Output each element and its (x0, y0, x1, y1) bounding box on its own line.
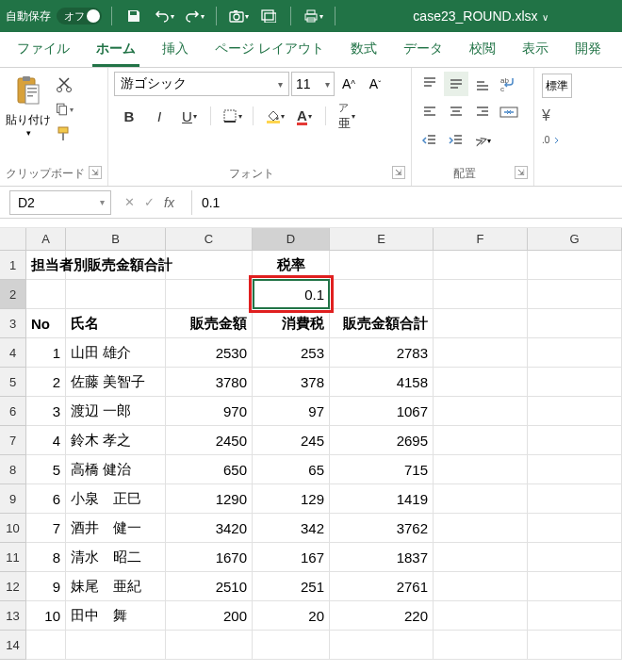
cell[interactable]: 2510 (166, 572, 253, 601)
fill-color-button[interactable]: ▾ (259, 104, 289, 128)
col-header-G[interactable]: G (528, 228, 622, 251)
cell[interactable]: 妹尾 亜紀 (66, 572, 166, 601)
border-button[interactable]: ▾ (217, 104, 247, 128)
row-header[interactable]: 14 (0, 631, 26, 660)
shrink-font-icon[interactable]: Aˇ (363, 72, 387, 96)
clipboard-launcher[interactable]: ⇲ (89, 166, 102, 179)
cell[interactable]: 清水 昭二 (66, 543, 166, 572)
cell[interactable] (434, 251, 528, 280)
row-header[interactable]: 12 (0, 572, 26, 601)
grow-font-icon[interactable]: A^ (336, 72, 361, 96)
cell[interactable] (434, 514, 528, 543)
align-right-icon[interactable] (470, 100, 495, 124)
cell[interactable] (434, 397, 528, 426)
col-header-D[interactable]: D (253, 228, 330, 251)
cell[interactable] (166, 631, 253, 660)
alignment-launcher[interactable]: ⇲ (515, 166, 528, 179)
phonetic-button[interactable]: ア亜▾ (332, 104, 362, 128)
cell[interactable] (434, 280, 528, 309)
cell[interactable]: 2450 (166, 426, 253, 455)
cell[interactable]: 715 (330, 455, 434, 484)
cell[interactable] (528, 309, 622, 338)
tab-page-layout[interactable]: ページ レイアウト (202, 31, 337, 67)
cell[interactable]: 佐藤 美智子 (66, 368, 166, 397)
tab-developer[interactable]: 開発 (562, 31, 614, 67)
cell[interactable]: 山田 雄介 (66, 338, 166, 368)
cell[interactable] (528, 572, 622, 601)
merge-cells-icon[interactable] (497, 100, 521, 124)
row-header[interactable]: 11 (0, 543, 26, 572)
cell[interactable] (528, 280, 622, 309)
number-format-combo[interactable]: 標準 (542, 74, 572, 98)
format-painter-icon[interactable] (55, 124, 74, 143)
cell[interactable]: 245 (253, 426, 330, 455)
tab-review[interactable]: 校閲 (456, 31, 509, 67)
cell[interactable]: 氏名 (66, 309, 166, 338)
cell[interactable]: 1419 (330, 484, 434, 514)
cell[interactable] (434, 338, 528, 368)
cell[interactable]: 小泉 正巳 (66, 484, 166, 514)
cell[interactable]: 田中 舞 (66, 601, 166, 631)
font-name-combo[interactable]: 游ゴシック▾ (114, 72, 289, 96)
cell[interactable]: 97 (253, 397, 330, 426)
cell[interactable]: 2 (26, 368, 66, 397)
tab-home[interactable]: ホーム (83, 31, 149, 67)
cell[interactable] (528, 455, 622, 484)
cell[interactable]: 3780 (166, 368, 253, 397)
cell[interactable]: 3 (26, 397, 66, 426)
cell[interactable]: 253 (253, 338, 330, 368)
col-header-C[interactable]: C (166, 228, 253, 251)
cell[interactable]: 129 (253, 484, 330, 514)
increase-indent-icon[interactable] (444, 128, 468, 153)
cell[interactable]: 高橋 健治 (66, 455, 166, 484)
cell[interactable]: 2530 (166, 338, 253, 368)
cell[interactable]: 4 (26, 426, 66, 455)
align-top-icon[interactable] (417, 72, 442, 96)
align-left-icon[interactable] (417, 100, 442, 124)
cancel-formula-icon[interactable]: ✕ (124, 195, 135, 209)
cell[interactable] (66, 631, 166, 660)
cell[interactable] (434, 572, 528, 601)
cell[interactable]: 8 (26, 543, 66, 572)
cut-icon[interactable] (55, 75, 74, 94)
cell[interactable]: 970 (166, 397, 253, 426)
cell[interactable]: 3762 (330, 514, 434, 543)
cell[interactable] (26, 280, 66, 309)
quickprint-icon[interactable]: ▾ (301, 4, 325, 28)
screenshot-icon[interactable] (256, 4, 281, 28)
cell[interactable]: 1670 (166, 543, 253, 572)
row-header[interactable]: 10 (0, 514, 26, 543)
cell[interactable] (330, 631, 434, 660)
cell[interactable] (330, 280, 434, 309)
row-header[interactable]: 9 (0, 484, 26, 514)
cell[interactable]: 6 (26, 484, 66, 514)
tab-file[interactable]: ファイル (4, 31, 83, 67)
cell[interactable] (528, 368, 622, 397)
cell[interactable]: 税率 (253, 251, 330, 280)
cell[interactable] (434, 601, 528, 631)
accept-formula-icon[interactable]: ✓ (144, 195, 155, 209)
row-header[interactable]: 2 (0, 280, 26, 309)
cell[interactable] (434, 543, 528, 572)
cell[interactable] (528, 514, 622, 543)
cell[interactable] (253, 631, 330, 660)
cell[interactable]: 5 (26, 455, 66, 484)
cell[interactable] (434, 484, 528, 514)
cell[interactable]: 2695 (330, 426, 434, 455)
cell[interactable]: 販売金額合計 (330, 309, 434, 338)
decimal-inc-icon[interactable]: .0 (542, 134, 561, 150)
wrap-text-icon[interactable]: abc (497, 72, 521, 96)
cell[interactable] (166, 280, 253, 309)
cell[interactable] (528, 338, 622, 368)
fx-icon[interactable]: fx (164, 195, 182, 210)
formula-input[interactable]: 0.1 (191, 190, 622, 215)
cell[interactable] (528, 543, 622, 572)
row-header[interactable]: 3 (0, 309, 26, 338)
cell[interactable] (434, 309, 528, 338)
name-box[interactable]: D2▾ (9, 190, 111, 215)
cell[interactable]: 220 (330, 601, 434, 631)
cell[interactable]: 1290 (166, 484, 253, 514)
cell[interactable] (434, 368, 528, 397)
italic-button[interactable]: I (144, 104, 174, 128)
camera-icon[interactable]: ▾ (226, 4, 251, 28)
